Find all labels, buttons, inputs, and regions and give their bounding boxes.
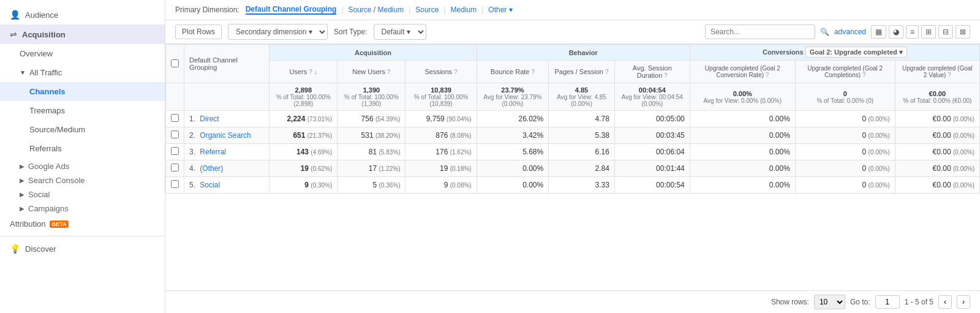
row-channel: 2. Organic Search xyxy=(184,127,270,144)
row-channel: 4. (Other) xyxy=(184,160,270,177)
row-sessions: 19 (0.18%) xyxy=(405,160,477,177)
row-checkbox[interactable] xyxy=(171,147,179,155)
bounce-help-icon[interactable]: ? xyxy=(532,69,535,75)
row-checkbox[interactable] xyxy=(171,164,179,172)
totals-avg-session: 00:04:54 Avg for View: 00:04:54 (0.00%) xyxy=(614,83,690,111)
sidebar-item-audience[interactable]: 👤 Audience xyxy=(0,5,165,25)
channel-link[interactable]: Referral xyxy=(200,148,226,156)
goto-input[interactable] xyxy=(875,295,900,309)
channel-link[interactable]: Direct xyxy=(200,115,219,123)
sidebar-item-treemaps[interactable]: Treemaps xyxy=(0,101,165,120)
row-new-users: 5 (0.36%) xyxy=(337,177,405,194)
avg-session-help-icon[interactable]: ? xyxy=(664,72,668,79)
row-checkbox-cell xyxy=(166,160,184,177)
upgrade-completions-help-icon[interactable]: ? xyxy=(862,72,866,78)
view-pie-icon[interactable]: ◕ xyxy=(889,25,903,39)
prev-page-button[interactable]: ‹ xyxy=(938,295,952,309)
dim-medium[interactable]: Medium xyxy=(450,6,477,14)
upgrade-value-col-header: Upgrade completed (Goal 2 Value) ? xyxy=(895,61,979,83)
next-page-button[interactable]: › xyxy=(957,295,970,309)
upgrade-value-help-icon[interactable]: ? xyxy=(948,72,951,78)
sidebar-item-discover[interactable]: 💡 Discover xyxy=(0,239,165,258)
search-input[interactable] xyxy=(705,25,815,39)
advanced-link[interactable]: advanced xyxy=(834,28,866,36)
arrow-down-icon: ▼ xyxy=(20,69,26,76)
channel-link[interactable]: Social xyxy=(200,181,220,189)
sidebar-item-overview[interactable]: Overview xyxy=(0,44,165,63)
secondary-dimension-select[interactable]: Secondary dimension ▾ xyxy=(228,24,328,40)
row-channel: 1. Direct xyxy=(184,111,270,127)
plot-rows-button[interactable]: Plot Rows xyxy=(175,25,222,39)
view-pivot-icon[interactable]: ⊠ xyxy=(956,25,970,39)
totals-new-users: 1,390 % of Total: 100.00% (1,390) xyxy=(337,83,405,111)
new-users-help-icon[interactable]: ? xyxy=(387,69,391,75)
row-bounce-rate: 0.00% xyxy=(477,177,549,194)
acquisition-icon: ⇌ xyxy=(10,29,17,39)
row-checkbox[interactable] xyxy=(171,114,179,122)
channel-link[interactable]: Organic Search xyxy=(200,131,251,140)
sort-type-label: Sort Type: xyxy=(334,28,367,36)
row-checkbox-cell xyxy=(166,144,184,160)
bounce-rate-col-header: Bounce Rate ? xyxy=(477,61,549,83)
row-bounce-rate: 5.68% xyxy=(477,144,549,160)
sidebar-item-search-console[interactable]: ▶ Search Console xyxy=(0,172,165,186)
avg-session-col-header: Avg. Session Duration ? xyxy=(614,61,690,83)
row-upgrade-completions: 0 (0.00%) xyxy=(795,144,895,160)
table-footer: Show rows: 10 25 50 100 Go to: 1 - 5 of … xyxy=(165,290,980,313)
select-all-header xyxy=(166,45,184,83)
pages-help-icon[interactable]: ? xyxy=(605,69,609,75)
conversions-group-header: Conversions Goal 2: Upgrade completed ▾ xyxy=(690,45,979,61)
rows-per-page-select[interactable]: 10 25 50 100 xyxy=(814,295,845,309)
dim-default-channel[interactable]: Default Channel Grouping xyxy=(246,5,337,15)
row-checkbox[interactable] xyxy=(171,180,179,188)
view-grid-icon[interactable]: ▦ xyxy=(871,25,886,39)
controls-right: 🔍 advanced ▦ ◕ ≡ ⊞ ⊟ ⊠ xyxy=(705,25,970,39)
sidebar-item-social[interactable]: ▶ Social xyxy=(0,186,165,200)
row-new-users: 17 (1.22%) xyxy=(337,160,405,177)
row-avg-session: 00:03:45 xyxy=(614,127,690,144)
row-avg-session: 00:06:04 xyxy=(614,144,690,160)
row-upgrade-rate: 0.00% xyxy=(690,160,795,177)
search-icon[interactable]: 🔍 xyxy=(820,28,829,36)
table-row: 3. Referral 143 (4.69%) 81 (5.83%) 176 (… xyxy=(166,144,980,160)
sidebar-item-channels[interactable]: Channels xyxy=(0,82,165,101)
row-upgrade-rate: 0.00% xyxy=(690,177,795,194)
select-all-checkbox[interactable] xyxy=(171,59,179,67)
page-range: 1 - 5 of 5 xyxy=(905,298,933,306)
acquisition-group-header: Acquisition xyxy=(270,45,477,61)
sidebar-item-attribution[interactable]: Attribution BETA xyxy=(0,214,165,233)
sidebar-item-google-ads[interactable]: ▶ Google Ads xyxy=(0,158,165,172)
sidebar-item-all-traffic[interactable]: ▼ All Traffic xyxy=(0,63,165,82)
main-content: Primary Dimension: Default Channel Group… xyxy=(165,0,980,313)
sort-type-select[interactable]: Default ▾ xyxy=(374,24,426,40)
view-compare-icon[interactable]: ⊟ xyxy=(938,25,953,39)
users-sort-icon[interactable]: ↓ xyxy=(314,69,317,75)
row-num: 5. xyxy=(189,181,195,189)
controls-bar: Plot Rows Secondary dimension ▾ Sort Typ… xyxy=(165,20,980,44)
row-new-users: 531 (38.20%) xyxy=(337,127,405,144)
sidebar-item-acquisition[interactable]: ⇌ Acquisition xyxy=(0,25,165,44)
row-num: 1. xyxy=(189,115,195,123)
row-sessions: 876 (8.08%) xyxy=(405,127,477,144)
channel-link[interactable]: (Other) xyxy=(200,164,223,173)
sidebar-item-referrals[interactable]: Referrals xyxy=(0,139,165,158)
row-avg-session: 00:00:54 xyxy=(614,177,690,194)
view-list-icon[interactable]: ≡ xyxy=(906,25,919,39)
row-channel: 3. Referral xyxy=(184,144,270,160)
sidebar-item-campaigns[interactable]: ▶ Campaigns xyxy=(0,200,165,214)
dim-source-medium[interactable]: Source / Medium xyxy=(349,6,404,14)
sidebar-item-source-medium[interactable]: Source/Medium xyxy=(0,120,165,139)
sessions-help-icon[interactable]: ? xyxy=(454,69,458,75)
users-help-icon[interactable]: ? xyxy=(309,69,312,75)
view-bar-icon[interactable]: ⊞ xyxy=(921,25,936,39)
dim-source[interactable]: Source xyxy=(415,6,439,14)
row-upgrade-completions: 0 (0.00%) xyxy=(795,160,895,177)
row-upgrade-value: €0.00 (0.00%) xyxy=(895,177,979,194)
upgrade-rate-help-icon[interactable]: ? xyxy=(766,72,769,78)
dim-other[interactable]: Other ▾ xyxy=(488,6,512,14)
new-users-col-header: New Users ? xyxy=(337,61,405,83)
row-checkbox[interactable] xyxy=(171,130,179,138)
row-bounce-rate: 26.02% xyxy=(477,111,549,127)
row-bounce-rate: 0.00% xyxy=(477,160,549,177)
goal-select[interactable]: Goal 2: Upgrade completed ▾ xyxy=(805,47,907,58)
